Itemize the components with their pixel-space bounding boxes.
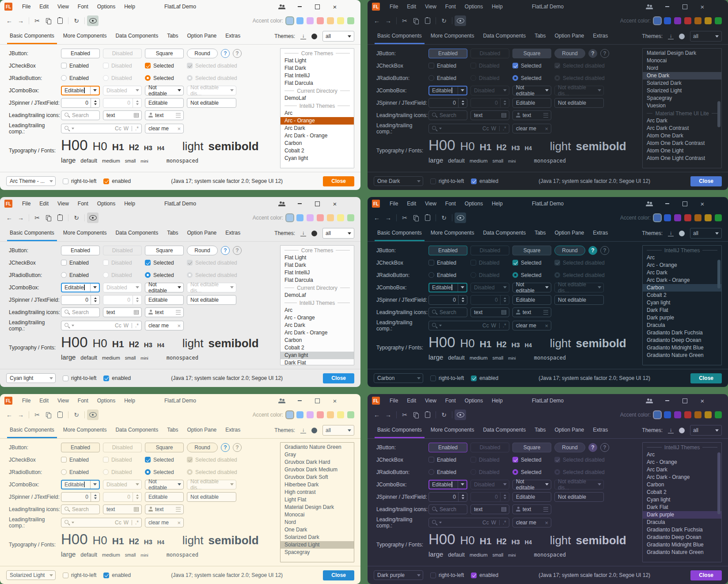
accent-color-swatch[interactable] [337, 17, 344, 24]
combobox-not-editable[interactable]: Not editable [145, 283, 184, 292]
combobox-editable[interactable]: Editable [61, 86, 100, 95]
close-button[interactable]: Close [323, 176, 354, 186]
round-button[interactable]: Round [187, 246, 218, 255]
spinner[interactable]: 0 [428, 492, 467, 502]
accent-color-swatch[interactable] [664, 411, 671, 418]
menu-file[interactable]: File [385, 394, 402, 407]
menu-options[interactable]: Options [93, 0, 120, 13]
show-hidden-toggle-button[interactable] [87, 212, 99, 223]
themes-filter-combobox[interactable]: all [690, 228, 722, 239]
regex-button[interactable]: .* [503, 520, 506, 526]
round-button[interactable]: Round [554, 246, 585, 255]
theme-list-item[interactable]: Gradianto Nature Green [643, 352, 721, 359]
cut-button[interactable]: ✂ [31, 410, 43, 420]
textfield-editable[interactable]: Editable [512, 295, 551, 305]
refresh-button[interactable]: ↻ [438, 15, 450, 26]
clear-me-field[interactable]: clear me× [512, 518, 551, 527]
menu-help[interactable]: Help [120, 197, 140, 210]
menu-font[interactable]: Font [73, 197, 93, 210]
theme-list-item[interactable]: Arc Dark - Orange [643, 474, 721, 481]
tab-data-components[interactable]: Data Components [478, 28, 530, 44]
combobox-arrow-button[interactable] [414, 374, 423, 383]
themes-filter-combobox[interactable]: all [322, 425, 354, 436]
copy-button[interactable] [410, 15, 422, 26]
menu-options[interactable]: Options [460, 197, 487, 210]
minimize-button[interactable] [291, 394, 308, 407]
tab-option-pane[interactable]: Option Pane [183, 225, 221, 241]
copy-button[interactable] [43, 15, 54, 26]
radio-enabled[interactable]: Enabled [61, 75, 103, 81]
theme-list-item[interactable]: Flat Light [281, 57, 354, 64]
table-icon[interactable] [501, 113, 506, 118]
theme-selector-combobox[interactable]: Arc Theme - ... [6, 176, 56, 186]
radio-enabled[interactable]: Enabled [428, 272, 470, 278]
theme-list-item[interactable]: Gradianto Midnight Blue [643, 541, 721, 549]
theme-list-item[interactable]: Dark purple [643, 314, 721, 322]
themes-filter-combobox[interactable]: all [690, 425, 722, 436]
theme-list-item[interactable]: Cobalt 2 [643, 489, 721, 496]
theme-list-item[interactable]: Flat Light [281, 254, 354, 262]
regex-button[interactable]: .* [135, 125, 139, 132]
combobox-arrow-button[interactable] [47, 374, 55, 383]
theme-list-item[interactable]: One Dark [643, 72, 721, 80]
accent-color-swatch[interactable] [307, 17, 314, 24]
close-window-button[interactable]: × [694, 394, 711, 407]
back-button[interactable]: ← [371, 410, 383, 420]
combobox-arrow-button[interactable] [458, 284, 466, 292]
clear-me-field[interactable]: clear me× [145, 518, 184, 527]
combobox-not-editable[interactable]: Not editable [512, 86, 551, 95]
help-button[interactable]: ? [588, 246, 597, 255]
combobox-arrow-button[interactable] [414, 571, 423, 580]
tab-tabs[interactable]: Tabs [163, 422, 182, 438]
right-to-left-checkbox[interactable]: right-to-left [63, 178, 96, 184]
combobox-editable[interactable]: Editable [428, 283, 467, 292]
combobox-arrow-button[interactable] [47, 177, 55, 186]
combobox-editable[interactable]: Editable [61, 283, 100, 292]
close-window-button[interactable]: × [694, 0, 711, 13]
theme-selector-combobox[interactable]: One Dark [374, 176, 423, 186]
text-field-with-person-icon[interactable]: text [512, 504, 551, 514]
textfield-editable[interactable]: Editable [512, 98, 551, 108]
theme-list-item[interactable]: Arc Dark [281, 322, 354, 329]
maximize-button[interactable] [308, 394, 326, 407]
combobox-arrow-button[interactable] [542, 283, 551, 292]
combobox-arrow-button[interactable] [542, 86, 551, 95]
clear-icon[interactable]: × [545, 323, 548, 329]
paste-button[interactable] [422, 15, 433, 26]
cut-button[interactable]: ✂ [399, 212, 410, 223]
tab-tabs[interactable]: Tabs [530, 28, 550, 44]
tab-data-components[interactable]: Data Components [478, 422, 530, 438]
right-to-left-checkbox[interactable]: right-to-left [430, 375, 464, 381]
minimize-button[interactable] [658, 197, 676, 210]
combobox-not-editable[interactable]: Not editable [145, 86, 184, 95]
accent-color-swatch[interactable] [674, 17, 681, 24]
back-button[interactable]: ← [4, 15, 15, 26]
combobox-arrow-button[interactable] [90, 481, 99, 489]
theme-list-item[interactable]: Gradianto Dark Fuchsia [643, 329, 721, 337]
theme-list-item[interactable]: Atom One Light [643, 147, 721, 155]
clear-me-field[interactable]: clear me× [145, 124, 184, 133]
back-button[interactable]: ← [4, 410, 15, 420]
accent-color-swatch[interactable] [286, 411, 293, 418]
theme-list-item[interactable]: Carbon [643, 284, 721, 292]
enabled-checkbox[interactable]: enabled [471, 375, 498, 381]
scrollbar-thumb[interactable] [717, 452, 720, 514]
theme-list-item[interactable]: Gray [281, 451, 354, 459]
tab-basic-components[interactable]: Basic Components [5, 422, 59, 438]
menu-icon[interactable] [176, 310, 181, 315]
theme-list-item[interactable]: Carbon [281, 140, 354, 147]
tab-basic-components[interactable]: Basic Components [5, 28, 59, 44]
accent-color-swatch[interactable] [347, 214, 354, 221]
tab-basic-components[interactable]: Basic Components [373, 422, 426, 438]
theme-list-item[interactable]: Arc Dark - Orange [281, 329, 354, 337]
show-hidden-toggle-button[interactable] [455, 410, 466, 420]
menu-options[interactable]: Options [93, 197, 120, 210]
tab-more-components[interactable]: More Components [59, 28, 111, 44]
clear-icon[interactable]: × [545, 126, 548, 132]
tab-option-pane[interactable]: Option Pane [550, 28, 589, 44]
search-field-with-options[interactable]: Cc W .* [61, 124, 142, 133]
search-field[interactable]: Search [428, 110, 467, 120]
accent-color-swatch[interactable] [694, 411, 701, 418]
tab-data-components[interactable]: Data Components [111, 225, 163, 241]
theme-list-item[interactable]: Arc Dark [643, 117, 721, 125]
